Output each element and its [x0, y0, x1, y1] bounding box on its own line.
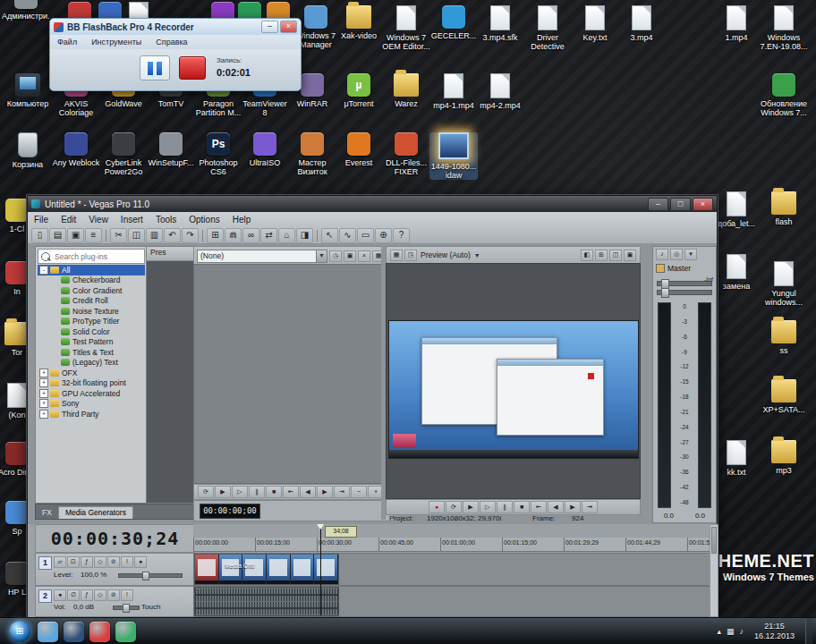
- volume-icon[interactable]: ♪: [739, 627, 744, 636]
- tree-item-third-party[interactable]: +Third Party: [38, 409, 145, 419]
- desktop-icon-key-txt[interactable]: Key.txt: [571, 5, 619, 42]
- play-button[interactable]: ▷: [232, 486, 248, 498]
- meter-options-icon[interactable]: ▾: [684, 249, 697, 260]
- solo[interactable]: !: [121, 556, 133, 568]
- menu-item-справка[interactable]: Справка: [149, 38, 194, 47]
- previous-frame-button[interactable]: ◀: [300, 486, 316, 498]
- plugin-search-box[interactable]: [38, 249, 145, 264]
- desktop-icon-администри[interactable]: Администри...: [2, 0, 50, 21]
- help-icon[interactable]: ?: [393, 228, 410, 243]
- expander-icon[interactable]: +: [39, 410, 48, 419]
- taskbar-app-icon-3[interactable]: [89, 622, 110, 642]
- play-from-start-button[interactable]: ▶: [463, 501, 479, 513]
- desktop-icon-torrent[interactable]: µμTorrent: [335, 73, 383, 108]
- stop-button[interactable]: ■: [514, 501, 530, 513]
- stop-button[interactable]: ■: [266, 486, 282, 498]
- go-to-end-button[interactable]: ⇥: [582, 501, 598, 513]
- tree-item-sony[interactable]: +Sony: [38, 399, 145, 410]
- desktop-icon-everest[interactable]: Everest: [335, 132, 383, 167]
- level-slider[interactable]: [118, 573, 183, 578]
- tree-item-32-bit-floating-point[interactable]: +32-bit floating point: [38, 378, 145, 389]
- zoom-out-button[interactable]: −: [351, 486, 367, 498]
- desktop-icon-flash[interactable]: flash: [760, 191, 808, 226]
- menu-item-файл[interactable]: Файл: [50, 38, 84, 47]
- menu-item-insert[interactable]: Insert: [115, 215, 149, 225]
- tree-item-checkerboard[interactable]: Checkerboard: [38, 275, 145, 286]
- desktop-icon-3-mp4[interactable]: 3.mp4: [617, 5, 666, 42]
- tree-item-credit-roll[interactable]: Credit Roll: [38, 296, 145, 307]
- expander-icon[interactable]: +: [39, 378, 48, 387]
- next-frame-button[interactable]: ▶: [565, 501, 581, 513]
- desktop-icon-mp4-2-mp4[interactable]: mp4-2.mp4: [476, 73, 524, 110]
- auto-crossfade-icon[interactable]: ∞: [242, 228, 259, 243]
- track-number[interactable]: 1: [38, 556, 52, 570]
- video-track-header[interactable]: 1 ▱⊡ƒ◇⊘!● Level: 100,0 %: [35, 553, 195, 586]
- desktop-icon-обновление-windows-7[interactable]: Обновление Windows 7...: [760, 73, 808, 117]
- tree-item-legacy-text[interactable]: (Legacy) Text: [38, 358, 145, 369]
- timeline-timecode-display[interactable]: 00:00:30;24: [35, 524, 195, 553]
- desktop-icon-dll-files-fixer[interactable]: DLL-Files... FIXER: [382, 132, 430, 176]
- pause-button[interactable]: ∥: [497, 501, 513, 513]
- menu-item-view[interactable]: View: [82, 215, 115, 225]
- desktop-icon-mp3[interactable]: mp3: [760, 440, 808, 475]
- trimmer-icon[interactable]: ⊞: [207, 228, 224, 243]
- menu-item-options[interactable]: Options: [183, 215, 225, 225]
- tree-item-protype-titler[interactable]: ProType Titler: [38, 317, 145, 327]
- bypass-motion-blur[interactable]: ▱: [54, 556, 66, 568]
- minimize-icon[interactable]: –: [261, 21, 278, 33]
- desktop-icon-windows-7-oem-editor[interactable]: Windows 7 OEM Editor...: [382, 5, 430, 51]
- split-screen-icon[interactable]: ◧: [581, 250, 593, 261]
- menu-item-tools[interactable]: Tools: [149, 215, 183, 225]
- desktop-icon-xp-sata[interactable]: XP+SATA...: [760, 379, 808, 414]
- desktop-icon-корзина[interactable]: Корзина: [4, 132, 52, 169]
- invert-phase[interactable]: ∅: [67, 589, 80, 601]
- hidden-icons-icon[interactable]: ▴: [717, 627, 721, 636]
- taskbar-clock[interactable]: 21:15 16.12.2013: [749, 622, 800, 641]
- desktop-icon-geceler[interactable]: GECELER...: [429, 5, 478, 40]
- save-project-icon[interactable]: ▣: [67, 228, 84, 243]
- redo-icon[interactable]: ↷: [182, 228, 199, 243]
- tree-item-titles-text[interactable]: Titles & Text: [38, 347, 145, 358]
- normal-edit-tool-icon[interactable]: ↖: [321, 228, 338, 243]
- play-from-start-button[interactable]: ▶: [215, 486, 231, 498]
- copy-snapshot-icon[interactable]: ◫: [609, 250, 622, 261]
- show-desktop-button[interactable]: [805, 618, 812, 644]
- auto-ripple-icon[interactable]: ⇄: [260, 228, 277, 243]
- desktop-icon-замена[interactable]: замена: [712, 254, 761, 291]
- audio-track-lane[interactable]: [193, 586, 711, 617]
- start-button[interactable]: ⊞: [9, 621, 30, 642]
- marker-bar[interactable]: 34;08: [193, 524, 710, 538]
- ignore-grouping-icon[interactable]: ◨: [296, 228, 313, 243]
- taskbar-app-icon-1[interactable]: [38, 622, 58, 642]
- paste-icon[interactable]: ▥: [146, 228, 163, 243]
- video-event-clip[interactable]: [194, 554, 339, 585]
- lock-envelopes-icon[interactable]: ⌂: [278, 228, 295, 243]
- video-track-lane[interactable]: Media Offli: [193, 553, 711, 586]
- zoom-edit-tool-icon[interactable]: ⊕: [375, 228, 392, 243]
- snapping-icon[interactable]: ⋒: [225, 228, 242, 243]
- stop-recording-button[interactable]: [179, 56, 206, 80]
- expander-icon[interactable]: +: [39, 399, 48, 408]
- previous-frame-button[interactable]: ◀: [548, 501, 564, 513]
- desktop-icon-winsetupf[interactable]: WinSetupF...: [147, 132, 195, 167]
- search-input[interactable]: [53, 251, 144, 262]
- maximize-icon[interactable]: □: [670, 198, 691, 211]
- open-project-icon[interactable]: ▤: [49, 228, 66, 243]
- preview-quality-dropdown[interactable]: Preview (Auto): [421, 250, 471, 259]
- expander-icon[interactable]: -: [39, 266, 48, 275]
- close-icon[interactable]: ×: [693, 198, 713, 211]
- record-button[interactable]: ●: [429, 501, 445, 513]
- desktop-icon-3-mp4-sfk[interactable]: 3.mp4.sfk: [476, 5, 524, 42]
- audio-track-header[interactable]: 2 ●∅ƒ◇⊘! Vol: 0,0 dB Touch: [35, 586, 195, 617]
- close-icon[interactable]: ×: [280, 21, 297, 33]
- desktop-icon-компьютер[interactable]: Компьютер: [4, 73, 52, 108]
- tab-fx[interactable]: FX: [36, 507, 58, 519]
- expander-icon[interactable]: +: [39, 389, 48, 398]
- timeline-cursor[interactable]: [320, 524, 321, 615]
- tree-item-all[interactable]: -All: [38, 265, 145, 275]
- automation-settings[interactable]: ◇: [94, 589, 106, 601]
- expander-icon[interactable]: +: [39, 369, 48, 377]
- mute[interactable]: ⊘: [107, 556, 120, 568]
- arm-for-record[interactable]: ●: [54, 589, 66, 601]
- desktop-icon-any-weblock[interactable]: Any Weblock: [52, 132, 100, 167]
